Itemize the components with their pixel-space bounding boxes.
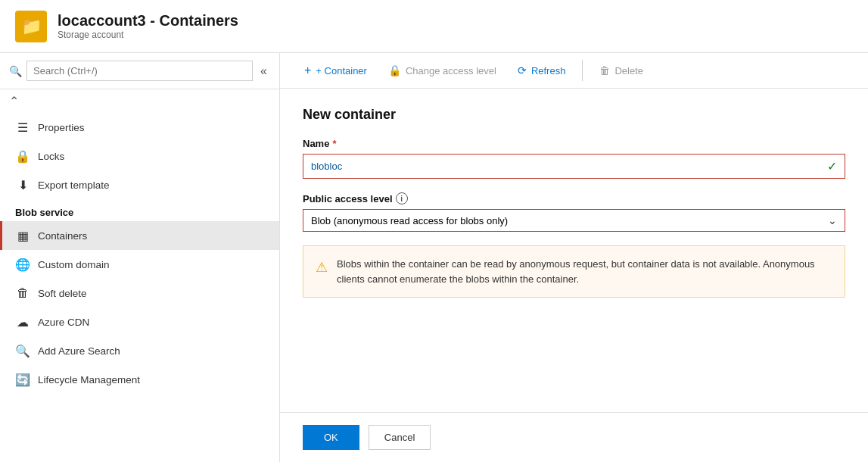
new-container-panel: New container Name * ✓ Public access lev…: [280, 89, 868, 412]
containers-icon: ▦: [15, 228, 30, 243]
refresh-icon: ⟳: [518, 64, 527, 76]
sidebar-item-label: Locks: [38, 151, 64, 162]
valid-checkmark-icon: ✓: [827, 159, 837, 173]
name-input[interactable]: [311, 161, 827, 172]
sidebar-item-export-template[interactable]: ⬇ Export template: [0, 170, 279, 199]
content-area: + + Container 🔒 Change access level ⟳ Re…: [280, 53, 868, 462]
chevron-down-icon: ⌄: [828, 214, 837, 226]
sidebar-item-soft-delete[interactable]: 🗑 Soft delete: [0, 279, 279, 307]
lock-icon: 🔒: [388, 64, 401, 76]
toolbar: + + Container 🔒 Change access level ⟳ Re…: [280, 53, 868, 89]
sidebar-item-label: Custom domain: [38, 259, 110, 270]
sidebar-item-add-azure-search[interactable]: 🔍 Add Azure Search: [0, 336, 279, 365]
sidebar-item-properties[interactable]: ☰ Properties: [0, 113, 279, 142]
refresh-button[interactable]: ⟳ Refresh: [509, 60, 575, 81]
search-input[interactable]: [26, 61, 253, 81]
change-access-button[interactable]: 🔒 Change access level: [379, 60, 506, 81]
add-container-button[interactable]: + + Container: [295, 59, 376, 82]
info-icon[interactable]: i: [396, 192, 408, 204]
main-layout: 🔍 « ⌃ ☰ Properties 🔒 Locks ⬇ Export temp…: [0, 53, 868, 462]
sidebar-content: ⌃ ☰ Properties 🔒 Locks ⬇ Export template…: [0, 89, 279, 462]
sidebar-item-label: Lifecycle Management: [38, 374, 140, 386]
custom-domain-icon: 🌐: [15, 257, 30, 272]
warning-box: ⚠ Blobs within the container can be read…: [303, 245, 845, 298]
required-indicator: *: [332, 138, 336, 149]
add-search-icon: 🔍: [15, 343, 30, 358]
locks-icon: 🔒: [15, 148, 30, 164]
sidebar-item-label: Properties: [38, 122, 85, 133]
sidebar-item-label: Containers: [38, 230, 87, 242]
cancel-button[interactable]: Cancel: [369, 425, 431, 450]
sidebar: 🔍 « ⌃ ☰ Properties 🔒 Locks ⬇ Export temp…: [0, 53, 280, 462]
search-icon: 🔍: [9, 65, 22, 77]
delete-button[interactable]: 🗑 Delete: [590, 60, 652, 81]
sidebar-item-lifecycle-management[interactable]: 🔄 Lifecycle Management: [0, 365, 279, 394]
header-text: locaccount3 - Containers Storage account: [58, 12, 238, 40]
sidebar-item-custom-domain[interactable]: 🌐 Custom domain: [0, 250, 279, 279]
lifecycle-icon: 🔄: [15, 372, 30, 387]
add-container-label: + Container: [316, 65, 367, 76]
access-select-value: Blob (anonymous read access for blobs on…: [311, 215, 828, 226]
page-title: locaccount3 - Containers: [58, 12, 238, 30]
export-icon: ⬇: [15, 177, 30, 192]
access-label: Public access level i: [303, 192, 845, 204]
change-access-label: Change access level: [406, 65, 496, 76]
sidebar-item-label: Azure CDN: [38, 317, 89, 328]
ok-button[interactable]: OK: [303, 425, 359, 450]
warning-text: Blobs within the container can be read b…: [337, 257, 832, 286]
up-arrow-icon: ⌃: [9, 94, 19, 108]
delete-icon: 🗑: [599, 64, 610, 76]
sidebar-item-label: Soft delete: [38, 288, 87, 299]
name-input-row: ✓: [303, 154, 845, 179]
properties-icon: ☰: [15, 120, 30, 135]
blob-service-label: Blob service: [0, 199, 279, 221]
sidebar-search-bar: 🔍 «: [0, 53, 279, 89]
sidebar-item-locks[interactable]: 🔒 Locks: [0, 142, 279, 170]
toolbar-divider: [582, 60, 583, 81]
delete-label: Delete: [614, 65, 643, 76]
name-form-group: Name * ✓: [303, 138, 845, 179]
refresh-label: Refresh: [531, 65, 566, 76]
sidebar-item-label: Add Azure Search: [38, 345, 120, 357]
access-select[interactable]: Blob (anonymous read access for blobs on…: [303, 209, 845, 232]
panel-footer: OK Cancel: [280, 412, 868, 462]
add-icon: +: [304, 64, 311, 77]
soft-delete-icon: 🗑: [15, 286, 30, 301]
storage-icon: 📁: [21, 17, 42, 36]
collapse-button[interactable]: «: [257, 61, 270, 81]
section-header: ⌃: [0, 89, 279, 113]
sidebar-item-containers[interactable]: ▦ Containers: [0, 221, 279, 250]
panel-title: New container: [303, 107, 845, 123]
page-subtitle: Storage account: [58, 30, 238, 40]
sidebar-item-label: Export template: [38, 179, 110, 191]
azure-cdn-icon: ☁: [15, 314, 30, 329]
sidebar-item-azure-cdn[interactable]: ☁ Azure CDN: [0, 307, 279, 336]
access-form-group: Public access level i Blob (anonymous re…: [303, 192, 845, 232]
name-label: Name *: [303, 138, 845, 149]
header: 📁 locaccount3 - Containers Storage accou…: [0, 0, 868, 53]
app-icon: 📁: [15, 11, 47, 42]
warning-icon: ⚠: [316, 258, 328, 286]
